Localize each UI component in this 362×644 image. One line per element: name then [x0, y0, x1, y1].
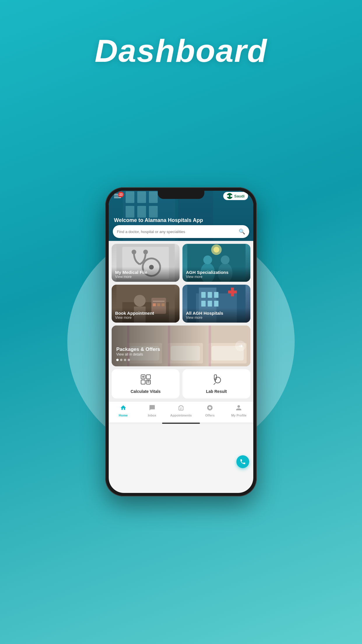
tab-inbox[interactable]: Inbox	[138, 405, 166, 417]
svg-point-18	[134, 295, 146, 307]
svg-rect-32	[208, 301, 212, 307]
card-hospitals-overlay: All AGH Hospitals View more	[182, 308, 250, 323]
svg-rect-48	[146, 375, 150, 379]
language-label: Saudi	[234, 194, 245, 198]
lab-icon	[211, 374, 222, 387]
card-agh-specializations[interactable]: AGH Specializations View more	[182, 244, 250, 282]
svg-rect-29	[208, 292, 212, 298]
tab-appointments-label: Appointments	[170, 414, 192, 417]
svg-rect-31	[201, 301, 206, 307]
svg-line-56	[214, 383, 215, 385]
card-calculate-vitals[interactable]: Calculate Vitals	[112, 369, 180, 398]
carousel-dots	[116, 359, 246, 361]
tab-my-profile[interactable]: My Profile	[224, 405, 253, 417]
card-hospitals-title: All AGH Hospitals	[186, 311, 247, 316]
svg-rect-30	[214, 292, 219, 298]
svg-point-7	[143, 250, 148, 254]
card-medical-overlay: My Medical File View more	[112, 267, 180, 282]
svg-rect-33	[214, 301, 219, 307]
svg-point-2	[229, 195, 231, 197]
carousel-dot-2	[120, 359, 122, 361]
card-book-appointment[interactable]: Book Appointment View more	[112, 285, 180, 323]
svg-rect-35	[231, 288, 234, 296]
tab-offers-label: Offers	[205, 414, 215, 417]
carousel-dot-3	[124, 359, 126, 361]
svg-rect-21	[153, 301, 165, 302]
svg-rect-28	[201, 292, 206, 298]
svg-rect-49	[141, 380, 145, 384]
tab-home-label: Home	[119, 414, 128, 417]
dashboard-title-text: Dashboard	[95, 32, 268, 69]
tab-offers[interactable]: Offers	[196, 405, 224, 417]
card-agh-subtitle: View more	[186, 275, 247, 279]
svg-point-13	[221, 256, 230, 264]
home-bar	[162, 423, 200, 424]
flag-icon	[227, 193, 233, 199]
vitals-icon	[140, 374, 151, 387]
card-medical-title: My Medical File	[115, 270, 176, 275]
phone-screen: 9:41 ▲	[109, 191, 253, 493]
card-packages-offers[interactable]: Packages & Offers View all in details ➔	[112, 326, 250, 366]
search-bar[interactable]: 🔍	[113, 225, 249, 238]
svg-point-6	[132, 250, 136, 254]
card-medical-subtitle: View more	[115, 275, 176, 279]
phone-shell: 9:41 ▲	[105, 187, 257, 496]
carousel-dot-4	[128, 359, 130, 361]
inbox-icon	[149, 405, 155, 413]
offers-icon	[207, 405, 213, 413]
card-agh-overlay: AGH Specializations View more	[182, 267, 250, 282]
card-book-title: Book Appointment	[115, 311, 176, 316]
language-selector[interactable]: Saudi	[223, 192, 248, 200]
packages-subtitle: View all in details	[116, 352, 246, 356]
tab-appointments[interactable]: Appointments	[166, 405, 195, 417]
packages-card-overlay: Packages & Offers View all in details	[112, 326, 250, 366]
hamburger-menu[interactable]: 23	[114, 194, 121, 198]
profile-icon	[236, 405, 242, 413]
notification-badge: 23	[118, 192, 124, 197]
vitals-label: Calculate Vitals	[131, 389, 161, 394]
svg-rect-23	[157, 303, 160, 306]
home-icon	[120, 405, 126, 413]
home-indicator	[109, 422, 253, 424]
svg-point-12	[203, 256, 212, 264]
svg-rect-24	[162, 303, 165, 306]
welcome-text: Welcome to Alamana Hospitals App	[114, 217, 203, 223]
packages-arrow-btn[interactable]: ➔	[235, 341, 246, 351]
tab-profile-label: My Profile	[231, 414, 247, 417]
card-book-subtitle: View more	[115, 316, 176, 320]
carousel-dot-1	[116, 359, 119, 361]
appointments-icon	[178, 405, 184, 413]
card-agh-title: AGH Specializations	[186, 270, 247, 275]
phone-notch	[158, 191, 204, 199]
card-my-medical-file[interactable]: My Medical File View more	[112, 244, 180, 282]
tab-bar: Home Inbox	[109, 401, 253, 422]
card-lab-result[interactable]: Lab Result	[182, 369, 250, 398]
packages-title: Packages & Offers	[116, 346, 246, 352]
svg-point-15	[214, 247, 219, 253]
bottom-cards-grid: Calculate Vitals Lab Resu	[112, 369, 250, 398]
svg-rect-22	[153, 303, 156, 306]
lab-label: Lab Result	[206, 389, 227, 394]
tab-home[interactable]: Home	[109, 405, 138, 417]
card-book-overlay: Book Appointment View more	[112, 308, 180, 323]
main-content: My Medical File View more	[109, 241, 253, 401]
phone-wrapper: 9:41 ▲	[50, 87, 312, 597]
search-icon: 🔍	[239, 228, 245, 235]
card-hospitals-subtitle: View more	[186, 316, 247, 320]
search-input[interactable]	[117, 230, 239, 234]
tab-inbox-label: Inbox	[148, 414, 156, 417]
feature-cards-grid: My Medical File View more	[112, 244, 250, 323]
fab-call-button[interactable]	[236, 455, 249, 468]
card-all-hospitals[interactable]: All AGH Hospitals View more	[182, 285, 250, 323]
